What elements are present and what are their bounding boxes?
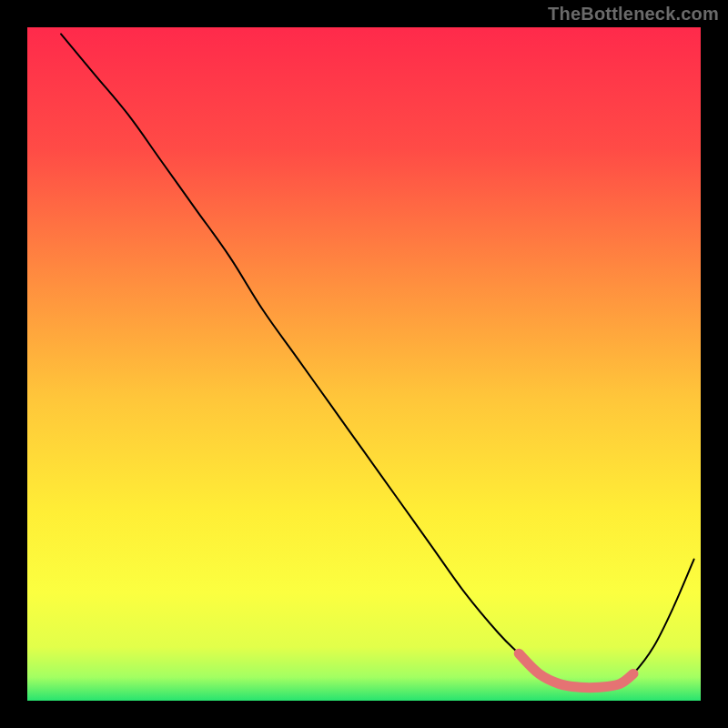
bottleneck-chart — [0, 0, 728, 728]
watermark-text: TheBottleneck.com — [548, 4, 719, 25]
plot-background — [27, 27, 701, 701]
chart-container: TheBottleneck.com — [0, 0, 728, 728]
